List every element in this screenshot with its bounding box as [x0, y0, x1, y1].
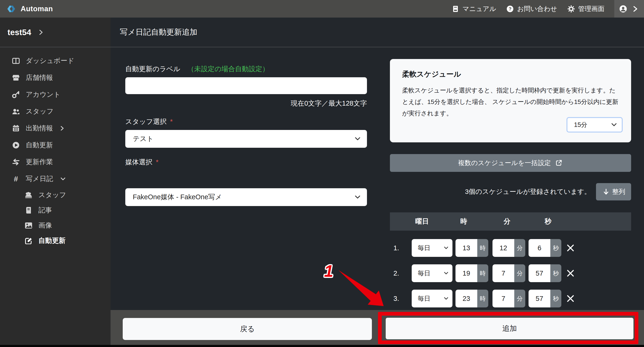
auto-update-label-input[interactable] — [125, 77, 367, 94]
hour-input[interactable]: 19 — [456, 264, 477, 282]
schedule-row: 3. 毎日 23時 7分 57秒 — [390, 290, 631, 308]
sidebar-item-dashboard[interactable]: ダッシュボード — [0, 52, 110, 69]
play-circle-icon — [12, 142, 20, 149]
second-input[interactable]: 57 — [528, 264, 550, 282]
schedule-row: 1. 毎日 13時 12分 6秒 — [390, 239, 631, 257]
manual-link[interactable]: マニュアル — [451, 4, 496, 13]
schedule-count-row: 3個のスケジュールが登録されています。 整列 — [390, 183, 631, 200]
edit-icon — [24, 237, 33, 244]
store-icon — [12, 74, 20, 82]
sidebar-subitem-staff[interactable]: スタッフ — [0, 187, 110, 202]
chevron-down-icon — [444, 271, 449, 275]
help-circle-icon: ? — [506, 5, 514, 13]
sidebar-item-update-work[interactable]: 更新作業 — [0, 154, 110, 170]
sidebar-subitem-articles[interactable]: 記事 — [0, 202, 110, 218]
app-window: Automan マニュアル ? お問い合わせ — [0, 0, 644, 347]
gear-icon — [567, 5, 576, 13]
staff-select-label: スタッフ選択 — [125, 118, 167, 125]
day-select[interactable]: 毎日 — [412, 239, 452, 257]
annotation-step-number: 1 — [324, 262, 333, 280]
hour-unit: 時 — [477, 239, 488, 257]
image-icon — [24, 222, 33, 229]
key-icon — [12, 91, 20, 98]
svg-text:?: ? — [509, 6, 512, 12]
label-field-hint: （未設定の場合自動設定） — [187, 65, 269, 72]
staff-select-value: テスト — [133, 134, 154, 144]
flexible-schedule-description: 柔軟スケジュールを選択すると、指定した時間枠内で更新を実行します。たとえば、15… — [402, 85, 620, 119]
second-input[interactable]: 57 — [528, 290, 550, 308]
navbar-links: マニュアル ? お問い合わせ — [451, 0, 644, 18]
col-day: 曜日 — [415, 217, 429, 226]
media-select[interactable]: FakeOne媒体 - FakeOne写メ — [125, 188, 367, 206]
second-unit: 秒 — [550, 290, 561, 308]
char-counter: 現在0文字／最大128文字 — [125, 99, 367, 108]
second-input-group: 57秒 — [528, 290, 561, 308]
bottom-strip — [0, 345, 644, 347]
required-asterisk: * — [156, 158, 158, 166]
chevron-down-icon — [354, 195, 361, 200]
label-field-label: 自動更新のラベル — [125, 65, 180, 72]
second-unit: 秒 — [550, 264, 561, 282]
second-input[interactable]: 6 — [528, 239, 550, 257]
col-hour: 時 — [460, 217, 467, 226]
minute-unit: 分 — [514, 264, 525, 282]
add-button[interactable]: 追加 — [386, 318, 634, 339]
minute-input[interactable]: 7 — [492, 264, 514, 282]
sidebar-item-attendance[interactable]: 出勤情報 — [0, 120, 110, 137]
chevron-right-icon — [60, 126, 64, 131]
sidebar-item-account[interactable]: アカウント — [0, 86, 110, 103]
row-index: 1. — [394, 244, 399, 252]
required-asterisk: * — [170, 118, 172, 125]
minute-unit: 分 — [514, 290, 525, 308]
chevron-right-icon — [631, 5, 640, 13]
sidebar: test54 ダッシュボード 店舗情報 アカウント スタッフ — [0, 18, 110, 345]
sidebar-item-staff[interactable]: スタッフ — [0, 103, 110, 120]
flexible-schedule-select[interactable]: 15分 — [566, 117, 623, 132]
day-select[interactable]: 毎日 — [412, 264, 452, 282]
sidebar-item-store-info[interactable]: 店舗情報 — [0, 69, 110, 86]
staff-select[interactable]: テスト — [125, 130, 367, 148]
contact-link[interactable]: ? お問い合わせ — [506, 4, 557, 13]
sidebar-subitem-auto-update[interactable]: 自動更新 — [0, 233, 110, 248]
minute-input-group: 12分 — [492, 239, 525, 257]
minute-input[interactable]: 12 — [492, 239, 514, 257]
label-field-label-row: 自動更新のラベル （未設定の場合自動設定） — [125, 64, 269, 74]
flexible-schedule-card: 柔軟スケジュール 柔軟スケジュールを選択すると、指定した時間枠内で更新を実行しま… — [390, 59, 631, 142]
hour-input[interactable]: 13 — [456, 239, 477, 257]
page-header: 写メ日記自動更新追加 — [110, 18, 644, 47]
schedule-row: 2. 毎日 19時 7分 57秒 — [390, 264, 631, 282]
chevron-down-icon — [354, 136, 361, 141]
hour-unit: 時 — [477, 264, 488, 282]
page-title: 写メ日記自動更新追加 — [120, 27, 198, 38]
shop-switcher[interactable]: test54 — [0, 18, 110, 47]
sort-button[interactable]: 整列 — [596, 183, 631, 200]
delete-row-icon[interactable] — [566, 294, 575, 303]
book-icon — [24, 206, 33, 214]
hour-input-group: 19時 — [456, 264, 488, 282]
row-index: 3. — [394, 295, 399, 302]
hour-input[interactable]: 23 — [456, 290, 477, 308]
delete-row-icon[interactable] — [566, 269, 575, 278]
col-second: 秒 — [545, 217, 552, 226]
second-input-group: 57秒 — [528, 264, 561, 282]
row-index: 2. — [394, 270, 399, 277]
hour-unit: 時 — [477, 290, 488, 308]
users-icon — [24, 191, 33, 199]
back-button[interactable]: 戻る — [123, 318, 372, 340]
calendar-icon — [12, 124, 20, 132]
admin-screen-link[interactable]: 管理画面 — [567, 4, 604, 13]
user-menu[interactable] — [614, 0, 644, 18]
sidebar-item-auto-update[interactable]: 自動更新 — [0, 137, 110, 154]
delete-row-icon[interactable] — [566, 244, 575, 252]
day-select[interactable]: 毎日 — [412, 290, 452, 308]
media-select-label-row: 媒体選択 * — [125, 158, 158, 167]
arrow-down-icon — [602, 188, 610, 196]
sidebar-subitem-images[interactable]: 画像 — [0, 218, 110, 233]
top-navbar: Automan マニュアル ? お問い合わせ — [0, 0, 644, 18]
brand[interactable]: Automan — [0, 5, 53, 13]
bulk-schedule-button[interactable]: 複数のスケジュールを一括設定 — [390, 154, 631, 172]
minute-input[interactable]: 7 — [492, 290, 514, 308]
sidebar-item-photo-diary[interactable]: # 写メ日記 — [0, 170, 110, 187]
schedule-count-text: 3個のスケジュールが登録されています。 — [465, 187, 591, 196]
second-input-group: 6秒 — [528, 239, 561, 257]
